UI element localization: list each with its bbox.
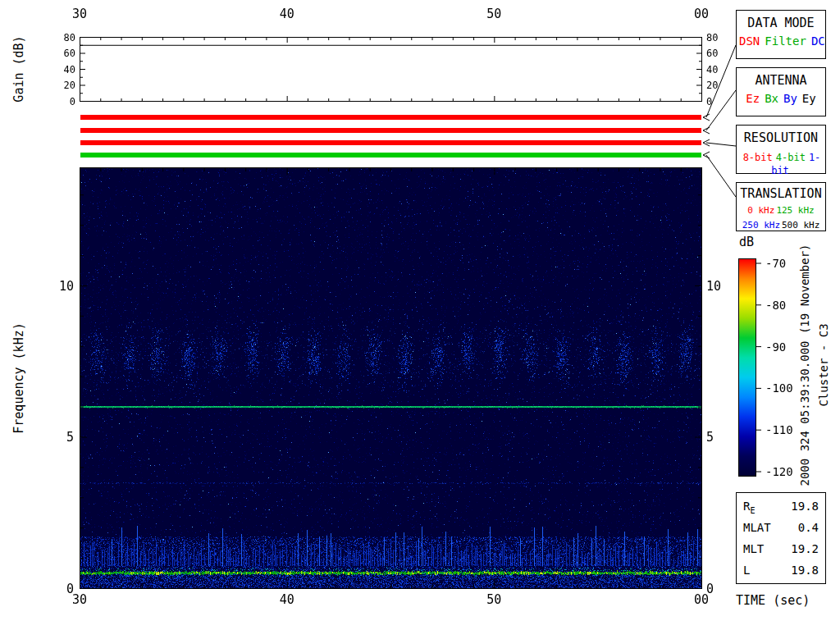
gain-tick-label-left: 0: [70, 96, 75, 107]
spacecraft-side-label: Cluster - C3: [817, 323, 830, 406]
translation-legend-items-row1: 0 kHz125 kHz: [737, 203, 825, 216]
legend-item-0khz: 0 kHz: [747, 205, 774, 216]
resolution-legend: RESOLUTION 8-bit4-bit1-bit: [736, 125, 826, 174]
colorbar-tick-label: -120: [765, 465, 793, 478]
legend-item-dc: DC: [811, 34, 825, 48]
colorbar-units-label: dB: [739, 235, 754, 249]
frequency-axis-label: Frequency (kHz): [11, 322, 26, 433]
orbit-info-box: RE 19.8 MLAT 0.4 MLT 19.2 L 19.8: [736, 492, 826, 584]
time-axis-label: TIME (sec): [736, 593, 810, 608]
freq-tick-label-right: 5: [706, 430, 714, 445]
gain-tick-label-right: 60: [706, 48, 718, 59]
legend-item-8bit: 8-bit: [743, 152, 773, 163]
info-value-re: 19.8: [791, 495, 819, 517]
info-row-mlat: MLAT 0.4: [743, 517, 819, 538]
colorbar-tick-label: -70: [765, 257, 786, 270]
data-mode-bar: [80, 115, 701, 120]
top-time-tick-label: 30: [72, 7, 87, 21]
translation-legend-title: TRANSLATION: [737, 186, 825, 201]
info-label-mlat: MLAT: [743, 517, 771, 538]
legend-item-by: By: [783, 92, 797, 105]
translation-legend: TRANSLATION 0 kHz125 kHz 250 kHz500 kHz: [736, 182, 826, 231]
data-mode-legend-title: DATA MODE: [737, 16, 825, 30]
freq-tick-label-left: 10: [59, 279, 74, 294]
translation-bar: [80, 153, 701, 158]
info-label-l: L: [743, 559, 750, 581]
info-row-re: RE 19.8: [743, 495, 819, 517]
info-value-mlat: 0.4: [798, 517, 819, 538]
info-label-re: RE: [743, 495, 755, 517]
gain-tick-label-right: 80: [706, 32, 718, 43]
info-value-mlt: 19.2: [791, 538, 819, 559]
wbd-spectrogram-display: Gain (dB) Frequency (kHz) DATA MODE DSNF…: [0, 0, 840, 630]
bottom-time-tick-label: 50: [486, 592, 501, 607]
legend-item-ez: Ez: [746, 92, 760, 105]
colorbar-tick-label: -90: [765, 340, 786, 354]
translation-legend-items-row2: 250 kHz500 kHz: [737, 217, 825, 231]
legend-item-500khz: 500 kHz: [782, 220, 819, 231]
legend-item-dsn: DSN: [739, 34, 760, 48]
antenna-bar: [80, 128, 701, 133]
antenna-legend: ANTENNA EzBxByEy: [736, 67, 826, 116]
info-row-l: L 19.8: [743, 559, 819, 581]
gain-tick-label-right: 40: [706, 64, 718, 75]
freq-tick-label-right: 10: [706, 279, 721, 294]
top-time-tick-label: 00: [694, 7, 709, 21]
antenna-legend-title: ANTENNA: [737, 73, 825, 88]
resolution-bar: [80, 140, 701, 145]
legend-item-filter: Filter: [765, 34, 806, 48]
spectrogram-canvas: [80, 168, 701, 588]
datetime-side-label: 2000 324 05:39:30.000 (19 November): [798, 244, 811, 486]
colorbar-tick-label: -100: [765, 381, 793, 395]
gain-tick-label-left: 80: [64, 32, 75, 43]
resolution-legend-title: RESOLUTION: [737, 130, 825, 145]
info-row-mlt: MLT 19.2: [743, 538, 819, 559]
colorbar-tick-label: -110: [765, 423, 793, 436]
top-time-tick-label: 50: [486, 7, 501, 21]
freq-tick-label-right: 0: [706, 582, 714, 596]
info-value-l: 19.8: [791, 559, 819, 581]
legend-item-125khz: 125 kHz: [776, 205, 814, 216]
legend-item-ey: Ey: [802, 92, 816, 105]
legend-item-bx: Bx: [765, 92, 778, 105]
gain-tick-label-left: 20: [64, 80, 75, 91]
gain-tick-label-left: 40: [64, 64, 75, 75]
gain-axis-label: Gain (dB): [11, 35, 26, 102]
freq-tick-label-left: 5: [66, 430, 74, 445]
resolution-legend-items: 8-bit4-bit1-bit: [737, 150, 825, 176]
colorbar: [738, 258, 756, 477]
gain-tick-label-right: 0: [706, 96, 712, 107]
freq-tick-label-left: 0: [66, 582, 74, 596]
info-label-mlt: MLT: [743, 538, 764, 559]
bottom-time-tick-label: 30: [72, 592, 87, 607]
bottom-time-tick-label: 40: [280, 592, 294, 607]
legend-item-4bit: 4-bit: [776, 152, 806, 163]
data-mode-legend: DATA MODE DSNFilterDC: [736, 10, 826, 59]
antenna-legend-items: EzBxByEy: [737, 92, 825, 105]
gain-tick-label-left: 60: [64, 48, 75, 59]
data-mode-legend-items: DSNFilterDC: [737, 34, 825, 48]
colorbar-tick-label: -80: [765, 299, 786, 312]
legend-item-250khz: 250 kHz: [742, 220, 780, 231]
top-time-tick-label: 40: [280, 7, 294, 21]
gain-tick-label-right: 20: [706, 80, 718, 91]
